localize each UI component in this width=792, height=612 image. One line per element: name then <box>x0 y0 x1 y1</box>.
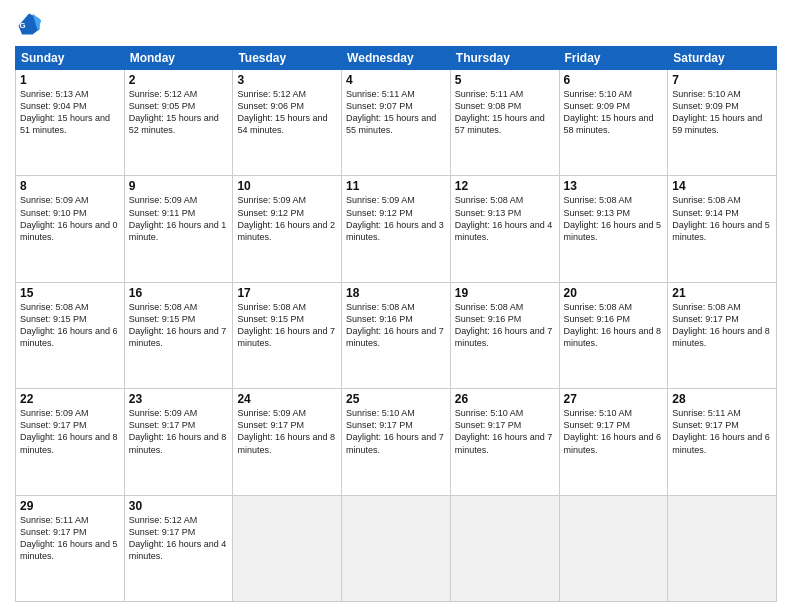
calendar-cell: 24 Sunrise: 5:09 AMSunset: 9:17 PMDaylig… <box>233 389 342 495</box>
logo: G <box>15 10 47 38</box>
calendar-row-1: 1 Sunrise: 5:13 AMSunset: 9:04 PMDayligh… <box>16 70 777 176</box>
day-info: Sunrise: 5:08 AMSunset: 9:14 PMDaylight:… <box>672 194 772 243</box>
col-header-monday: Monday <box>124 47 233 70</box>
day-info: Sunrise: 5:10 AMSunset: 9:17 PMDaylight:… <box>455 407 555 456</box>
calendar-cell <box>668 495 777 601</box>
day-number: 14 <box>672 179 772 193</box>
day-number: 8 <box>20 179 120 193</box>
day-number: 29 <box>20 499 120 513</box>
calendar-cell: 23 Sunrise: 5:09 AMSunset: 9:17 PMDaylig… <box>124 389 233 495</box>
calendar-cell: 9 Sunrise: 5:09 AMSunset: 9:11 PMDayligh… <box>124 176 233 282</box>
day-number: 4 <box>346 73 446 87</box>
day-info: Sunrise: 5:09 AMSunset: 9:17 PMDaylight:… <box>20 407 120 456</box>
calendar-cell: 15 Sunrise: 5:08 AMSunset: 9:15 PMDaylig… <box>16 282 125 388</box>
day-info: Sunrise: 5:11 AMSunset: 9:07 PMDaylight:… <box>346 88 446 137</box>
calendar-cell: 6 Sunrise: 5:10 AMSunset: 9:09 PMDayligh… <box>559 70 668 176</box>
calendar-cell: 22 Sunrise: 5:09 AMSunset: 9:17 PMDaylig… <box>16 389 125 495</box>
calendar-cell: 21 Sunrise: 5:08 AMSunset: 9:17 PMDaylig… <box>668 282 777 388</box>
calendar-cell: 11 Sunrise: 5:09 AMSunset: 9:12 PMDaylig… <box>342 176 451 282</box>
col-header-friday: Friday <box>559 47 668 70</box>
calendar-cell: 1 Sunrise: 5:13 AMSunset: 9:04 PMDayligh… <box>16 70 125 176</box>
day-number: 18 <box>346 286 446 300</box>
day-number: 10 <box>237 179 337 193</box>
day-number: 2 <box>129 73 229 87</box>
calendar-cell <box>233 495 342 601</box>
calendar-cell <box>450 495 559 601</box>
day-info: Sunrise: 5:12 AMSunset: 9:06 PMDaylight:… <box>237 88 337 137</box>
calendar-cell: 29 Sunrise: 5:11 AMSunset: 9:17 PMDaylig… <box>16 495 125 601</box>
day-info: Sunrise: 5:10 AMSunset: 9:09 PMDaylight:… <box>672 88 772 137</box>
day-info: Sunrise: 5:08 AMSunset: 9:15 PMDaylight:… <box>237 301 337 350</box>
col-header-wednesday: Wednesday <box>342 47 451 70</box>
day-info: Sunrise: 5:09 AMSunset: 9:17 PMDaylight:… <box>129 407 229 456</box>
calendar-cell: 28 Sunrise: 5:11 AMSunset: 9:17 PMDaylig… <box>668 389 777 495</box>
col-header-tuesday: Tuesday <box>233 47 342 70</box>
day-info: Sunrise: 5:08 AMSunset: 9:17 PMDaylight:… <box>672 301 772 350</box>
day-info: Sunrise: 5:09 AMSunset: 9:12 PMDaylight:… <box>237 194 337 243</box>
day-info: Sunrise: 5:08 AMSunset: 9:16 PMDaylight:… <box>564 301 664 350</box>
calendar-cell: 12 Sunrise: 5:08 AMSunset: 9:13 PMDaylig… <box>450 176 559 282</box>
day-number: 17 <box>237 286 337 300</box>
calendar-cell: 8 Sunrise: 5:09 AMSunset: 9:10 PMDayligh… <box>16 176 125 282</box>
col-header-sunday: Sunday <box>16 47 125 70</box>
calendar-cell: 30 Sunrise: 5:12 AMSunset: 9:17 PMDaylig… <box>124 495 233 601</box>
day-info: Sunrise: 5:10 AMSunset: 9:17 PMDaylight:… <box>564 407 664 456</box>
day-info: Sunrise: 5:08 AMSunset: 9:16 PMDaylight:… <box>346 301 446 350</box>
calendar-cell: 4 Sunrise: 5:11 AMSunset: 9:07 PMDayligh… <box>342 70 451 176</box>
day-info: Sunrise: 5:09 AMSunset: 9:12 PMDaylight:… <box>346 194 446 243</box>
day-number: 19 <box>455 286 555 300</box>
day-info: Sunrise: 5:09 AMSunset: 9:10 PMDaylight:… <box>20 194 120 243</box>
day-info: Sunrise: 5:11 AMSunset: 9:17 PMDaylight:… <box>20 514 120 563</box>
calendar-cell: 17 Sunrise: 5:08 AMSunset: 9:15 PMDaylig… <box>233 282 342 388</box>
calendar-row-5: 29 Sunrise: 5:11 AMSunset: 9:17 PMDaylig… <box>16 495 777 601</box>
calendar-cell: 25 Sunrise: 5:10 AMSunset: 9:17 PMDaylig… <box>342 389 451 495</box>
day-number: 21 <box>672 286 772 300</box>
day-info: Sunrise: 5:08 AMSunset: 9:16 PMDaylight:… <box>455 301 555 350</box>
header-row: SundayMondayTuesdayWednesdayThursdayFrid… <box>16 47 777 70</box>
day-number: 16 <box>129 286 229 300</box>
calendar-cell: 20 Sunrise: 5:08 AMSunset: 9:16 PMDaylig… <box>559 282 668 388</box>
day-number: 23 <box>129 392 229 406</box>
day-info: Sunrise: 5:08 AMSunset: 9:13 PMDaylight:… <box>564 194 664 243</box>
day-info: Sunrise: 5:10 AMSunset: 9:17 PMDaylight:… <box>346 407 446 456</box>
calendar-cell: 27 Sunrise: 5:10 AMSunset: 9:17 PMDaylig… <box>559 389 668 495</box>
calendar-cell: 13 Sunrise: 5:08 AMSunset: 9:13 PMDaylig… <box>559 176 668 282</box>
day-number: 13 <box>564 179 664 193</box>
page: G SundayMondayTuesdayWednesdayThursdayFr… <box>0 0 792 612</box>
calendar-row-4: 22 Sunrise: 5:09 AMSunset: 9:17 PMDaylig… <box>16 389 777 495</box>
calendar-cell: 10 Sunrise: 5:09 AMSunset: 9:12 PMDaylig… <box>233 176 342 282</box>
day-info: Sunrise: 5:08 AMSunset: 9:13 PMDaylight:… <box>455 194 555 243</box>
day-number: 26 <box>455 392 555 406</box>
day-number: 30 <box>129 499 229 513</box>
day-number: 3 <box>237 73 337 87</box>
day-info: Sunrise: 5:12 AMSunset: 9:17 PMDaylight:… <box>129 514 229 563</box>
day-info: Sunrise: 5:11 AMSunset: 9:08 PMDaylight:… <box>455 88 555 137</box>
calendar-cell: 18 Sunrise: 5:08 AMSunset: 9:16 PMDaylig… <box>342 282 451 388</box>
day-number: 24 <box>237 392 337 406</box>
logo-icon: G <box>15 10 43 38</box>
day-number: 9 <box>129 179 229 193</box>
day-info: Sunrise: 5:09 AMSunset: 9:11 PMDaylight:… <box>129 194 229 243</box>
day-info: Sunrise: 5:11 AMSunset: 9:17 PMDaylight:… <box>672 407 772 456</box>
calendar: SundayMondayTuesdayWednesdayThursdayFrid… <box>15 46 777 602</box>
day-number: 11 <box>346 179 446 193</box>
day-number: 22 <box>20 392 120 406</box>
day-number: 1 <box>20 73 120 87</box>
calendar-cell: 3 Sunrise: 5:12 AMSunset: 9:06 PMDayligh… <box>233 70 342 176</box>
day-info: Sunrise: 5:09 AMSunset: 9:17 PMDaylight:… <box>237 407 337 456</box>
calendar-cell: 14 Sunrise: 5:08 AMSunset: 9:14 PMDaylig… <box>668 176 777 282</box>
day-number: 5 <box>455 73 555 87</box>
calendar-cell: 7 Sunrise: 5:10 AMSunset: 9:09 PMDayligh… <box>668 70 777 176</box>
day-number: 28 <box>672 392 772 406</box>
calendar-cell: 16 Sunrise: 5:08 AMSunset: 9:15 PMDaylig… <box>124 282 233 388</box>
day-info: Sunrise: 5:08 AMSunset: 9:15 PMDaylight:… <box>20 301 120 350</box>
day-number: 20 <box>564 286 664 300</box>
day-number: 27 <box>564 392 664 406</box>
day-info: Sunrise: 5:10 AMSunset: 9:09 PMDaylight:… <box>564 88 664 137</box>
calendar-cell: 19 Sunrise: 5:08 AMSunset: 9:16 PMDaylig… <box>450 282 559 388</box>
day-number: 12 <box>455 179 555 193</box>
col-header-thursday: Thursday <box>450 47 559 70</box>
day-number: 15 <box>20 286 120 300</box>
col-header-saturday: Saturday <box>668 47 777 70</box>
day-number: 7 <box>672 73 772 87</box>
